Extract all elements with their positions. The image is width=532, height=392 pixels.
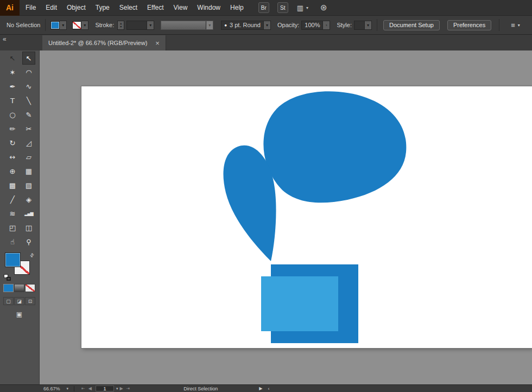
- menu-edit[interactable]: Edit: [41, 0, 62, 16]
- shape-light-square[interactable]: [261, 276, 338, 331]
- magic-wand-tool[interactable]: ✶: [6, 66, 19, 79]
- chevron-down-icon[interactable]: ▾: [263, 21, 270, 29]
- zoom-tool-icon: ⚲: [26, 238, 31, 246]
- free-transform-tool[interactable]: ▱: [22, 150, 35, 163]
- zoom-level-combo[interactable]: 66.67% ▾: [43, 386, 68, 391]
- close-icon[interactable]: ×: [155, 40, 160, 46]
- draw-inside-mode-button[interactable]: ⊡: [25, 297, 35, 305]
- menu-type[interactable]: Type: [91, 0, 115, 16]
- first-artboard-button[interactable]: ⇤: [81, 386, 85, 391]
- shape-blob[interactable]: [263, 91, 406, 203]
- color-button[interactable]: [3, 284, 14, 292]
- gradient-button[interactable]: [14, 284, 24, 292]
- type-tool[interactable]: T: [6, 94, 19, 107]
- spin-down-icon[interactable]: ▾: [120, 25, 122, 28]
- mesh-tool[interactable]: ▩: [6, 179, 19, 192]
- menu-bar: Ai FileEditObjectTypeSelectEffectViewWin…: [0, 0, 532, 16]
- chevron-down-icon[interactable]: ▾: [147, 21, 154, 29]
- document-setup-button[interactable]: Document Setup: [383, 20, 440, 30]
- collapse-left-icon[interactable]: ‹: [268, 386, 269, 391]
- slice-tool[interactable]: ◫: [22, 221, 35, 234]
- pencil-tool[interactable]: ✏: [6, 122, 19, 135]
- brush-combo[interactable]: ● 3 pt. Round ▾: [221, 21, 271, 30]
- app-logo: Ai: [0, 0, 20, 16]
- stroke-weight-combo[interactable]: ▾: [126, 21, 154, 30]
- menu-effect[interactable]: Effect: [142, 0, 168, 16]
- menu-help[interactable]: Help: [225, 0, 249, 16]
- draw-behind-mode-button[interactable]: ◪: [14, 297, 24, 305]
- sync-icon[interactable]: ⊛: [320, 3, 327, 12]
- stroke-weight-stepper[interactable]: ▴ ▾: [117, 21, 124, 30]
- stroke-color-swatch[interactable]: [72, 21, 81, 29]
- menu-window[interactable]: Window: [192, 0, 225, 16]
- workspace-icon: ▥: [297, 4, 303, 12]
- lasso-tool[interactable]: ◠: [22, 66, 35, 79]
- chevron-down-icon[interactable]: ▾: [60, 21, 67, 30]
- eyedropper-tool[interactable]: ╱: [6, 193, 19, 206]
- previous-artboard-button[interactable]: ◀: [88, 386, 92, 391]
- align-options-control[interactable]: ≡ ▾: [511, 21, 520, 29]
- control-bar: No Selection ▾ ▾ Stroke: ▴ ▾ ▾ ▾ ● 3 pt.…: [0, 16, 532, 35]
- ellipse-tool[interactable]: ○: [6, 108, 19, 121]
- opacity-label[interactable]: Opacity:: [277, 22, 299, 28]
- none-button[interactable]: [25, 284, 35, 292]
- column-graph-tool[interactable]: ▂▄▆: [22, 207, 35, 220]
- rotate-tool[interactable]: ↻: [6, 136, 19, 149]
- eyedropper-tool-icon: ╱: [10, 195, 15, 204]
- collapse-panel-icon[interactable]: «: [3, 35, 7, 43]
- default-fill-stroke-button[interactable]: [4, 274, 12, 281]
- play-icon[interactable]: ▶: [259, 386, 262, 391]
- chevron-down-icon[interactable]: ▾: [116, 387, 118, 391]
- menu-view[interactable]: View: [169, 0, 193, 16]
- stroke-label[interactable]: Stroke:: [95, 22, 114, 28]
- swap-fill-stroke-icon[interactable]: ⇄: [29, 252, 35, 258]
- pen-tool[interactable]: ✒: [6, 80, 19, 93]
- scissors-tool[interactable]: ✂: [22, 122, 35, 135]
- hand-tool[interactable]: ☝: [6, 235, 19, 248]
- preferences-button[interactable]: Preferences: [447, 20, 491, 30]
- style-combo[interactable]: ▾: [354, 21, 372, 30]
- blend-tool[interactable]: ◈: [22, 193, 35, 206]
- direct-selection-tool[interactable]: ↖: [22, 52, 35, 65]
- fill-color-control[interactable]: ▾: [50, 21, 67, 30]
- tools-panel: ↖↖✶◠✒∿T╲○✎✏✂↻◿↔▱⊕▦▩▧╱◈≋▂▄▆◰◫☝⚲ ⇄ ▢ ◪ ⊡ ▣: [0, 50, 40, 384]
- workspace-switcher[interactable]: ▥ ▾: [297, 4, 308, 12]
- style-label[interactable]: Style:: [337, 22, 352, 28]
- perspective-grid-tool[interactable]: ▦: [22, 165, 35, 178]
- column-graph-tool-icon: ▂▄▆: [24, 211, 33, 216]
- symbol-sprayer-tool[interactable]: ≋: [6, 207, 19, 220]
- chevron-down-icon[interactable]: ▾: [364, 21, 371, 29]
- scale-tool[interactable]: ◿: [22, 136, 35, 149]
- divider: [499, 19, 499, 31]
- selection-tool-icon: ↖: [10, 54, 16, 62]
- gradient-tool[interactable]: ▧: [22, 179, 35, 192]
- stroke-color-control[interactable]: ▾: [72, 21, 88, 30]
- document-tab[interactable]: Untitled-2* @ 66.67% (RGB/Preview) ×: [42, 35, 166, 50]
- artboard-number-field[interactable]: 1: [96, 385, 114, 391]
- menu-object[interactable]: Object: [62, 0, 91, 16]
- menu-file[interactable]: File: [21, 0, 41, 16]
- width-tool[interactable]: ↔: [6, 150, 19, 163]
- curvature-tool[interactable]: ∿: [22, 80, 35, 93]
- opacity-combo[interactable]: 100% ›: [301, 21, 330, 30]
- zoom-tool[interactable]: ⚲: [22, 235, 35, 248]
- screen-mode-button[interactable]: ▣: [14, 310, 24, 318]
- stock-button[interactable]: St: [277, 2, 288, 13]
- fill-swatch[interactable]: [5, 252, 21, 267]
- draw-normal-mode-button[interactable]: ▢: [3, 297, 14, 305]
- line-segment-tool[interactable]: ╲: [22, 94, 35, 107]
- bridge-button[interactable]: Br: [258, 2, 269, 13]
- last-artboard-button[interactable]: ⇥: [126, 386, 130, 391]
- menu-select[interactable]: Select: [115, 0, 142, 16]
- zoom-level-value: 66.67%: [43, 386, 60, 391]
- canvas-area[interactable]: [40, 50, 532, 384]
- chevron-down-icon[interactable]: ▾: [81, 21, 88, 30]
- symbol-sprayer-tool-icon: ≋: [10, 210, 16, 218]
- shape-builder-tool[interactable]: ⊕: [6, 165, 19, 178]
- next-artboard-button[interactable]: ▶: [119, 386, 123, 391]
- fill-color-swatch[interactable]: [50, 21, 60, 29]
- chevron-right-icon[interactable]: ›: [322, 21, 330, 29]
- paintbrush-tool[interactable]: ✎: [22, 108, 35, 121]
- artboard-tool[interactable]: ◰: [6, 221, 19, 234]
- selection-tool[interactable]: ↖: [6, 52, 19, 65]
